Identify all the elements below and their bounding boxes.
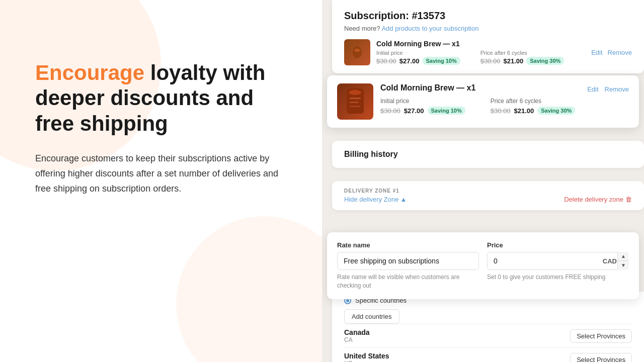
hero-body: Encourage customers to keep their subscr… (35, 151, 292, 196)
price-group: Price CAD ▲ ▼ Set 0 to give your custome… (487, 241, 629, 290)
product-name-top: Cold Morning Brew — x1 (376, 40, 585, 48)
chevron-up-icon: ▲ (400, 196, 407, 203)
billing-section: Billing history (332, 141, 644, 168)
stepper-down-button[interactable]: ▼ (618, 261, 629, 270)
svg-rect-6 (350, 106, 360, 107)
subscription-card-top: Subscription: #13573 Need more? Add prod… (332, 0, 644, 73)
price-stepper: ▲ ▼ (617, 252, 629, 270)
add-products-link[interactable]: Add products to your subscription (381, 25, 478, 32)
svg-point-3 (349, 90, 361, 95)
edit-remove: Edit Remove (591, 49, 632, 56)
price-label: Price (487, 241, 629, 249)
us-name: United States (344, 352, 389, 360)
floating-remove-link[interactable]: Remove (605, 85, 629, 93)
product-row-top: Cold Morning Brew — x1 Initial price $30… (344, 39, 632, 65)
hide-zone-button[interactable]: Hide delivery Zone ▲ (344, 196, 407, 203)
floating-edit-link[interactable]: Edit (587, 85, 598, 93)
rate-name-hint: Rate name will be visible when customers… (337, 273, 479, 290)
trash-icon: 🗑 (625, 196, 632, 203)
price-hint: Set 0 to give your customers FREE shippi… (487, 273, 629, 282)
currency-label: CAD (603, 257, 617, 265)
left-panel: Encourage loyalty with deeper discounts … (0, 0, 322, 362)
us-row: United States US Select Provinces (344, 347, 632, 362)
product-card-floating: Cold Morning Brew — x1 Initial price $30… (327, 75, 639, 128)
hero-title: Encourage loyalty with deeper discounts … (35, 60, 292, 136)
billing-title: Billing history (344, 150, 632, 159)
delivery-zone-label: DELIVERY ZONE #1 (344, 188, 632, 194)
canada-select-provinces-button[interactable]: Select Provinces (570, 329, 632, 343)
edit-link[interactable]: Edit (591, 49, 602, 56)
floating-product-name: Cold Morning Brew — x1 (380, 83, 580, 93)
delivery-section: DELIVERY ZONE #1 Hide delivery Zone ▲ De… (332, 181, 644, 210)
rate-name-input[interactable] (337, 252, 479, 270)
delete-zone-button[interactable]: Delete delivery zone 🗑 (564, 196, 632, 203)
svg-rect-4 (350, 98, 361, 99)
canada-name: Canada (344, 328, 370, 336)
us-select-provinces-button[interactable]: Select Provinces (570, 353, 632, 363)
rate-name-label: Rate name (337, 241, 479, 249)
product-details: Cold Morning Brew — x1 Initial price $30… (380, 83, 580, 115)
subscription-title: Subscription: #13573 (344, 10, 632, 22)
right-panel: Subscription: #13573 Need more? Add prod… (322, 0, 644, 362)
us-code: US (344, 360, 389, 362)
need-more-text: Need more? Add products to your subscrip… (344, 25, 632, 32)
hero-highlight: Encourage (35, 61, 144, 84)
svg-rect-5 (350, 102, 359, 103)
remove-link[interactable]: Remove (608, 49, 632, 56)
rate-form-card: Rate name Rate name will be visible when… (327, 232, 639, 299)
rate-name-group: Rate name Rate name will be visible when… (337, 241, 479, 290)
price-input-wrap: CAD ▲ ▼ (487, 252, 629, 270)
floating-product-actions: Edit Remove (587, 83, 629, 93)
canada-code: CA (344, 336, 370, 343)
stepper-up-button[interactable]: ▲ (618, 252, 629, 261)
product-image-top (344, 39, 370, 65)
canada-row: Canada CA Select Provinces (344, 324, 632, 347)
svg-point-1 (354, 49, 360, 52)
countries-section: Specific countries Add countries Canada … (332, 292, 644, 362)
product-info-top: Cold Morning Brew — x1 Initial price $30… (376, 40, 585, 65)
add-countries-button[interactable]: Add countries (344, 309, 399, 324)
product-image (337, 83, 373, 120)
svg-point-0 (353, 46, 362, 58)
